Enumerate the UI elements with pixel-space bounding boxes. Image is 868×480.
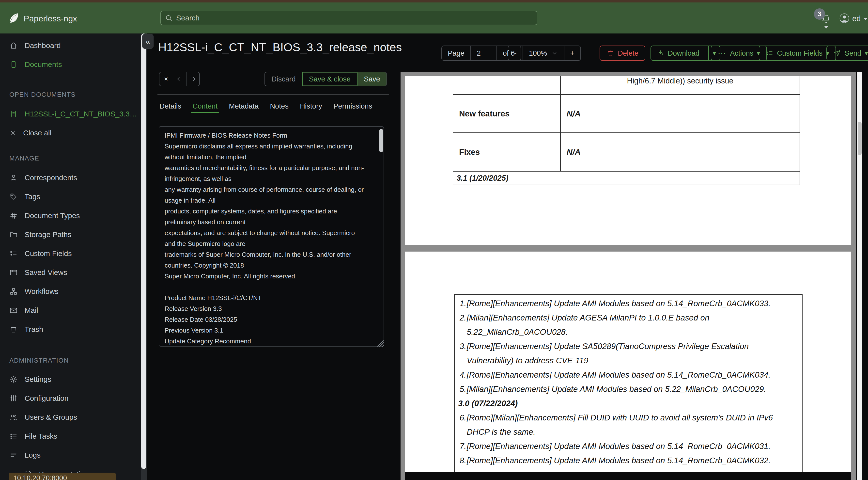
- editor-tab[interactable]: Details: [159, 102, 181, 110]
- list-item: 2. [Milan][Enhancements] Update AGESA Mi…: [455, 311, 802, 339]
- list-item-text: [Rome][Enhancements] Update AMI Modules …: [467, 439, 802, 453]
- preview-scrollbar[interactable]: [857, 72, 862, 480]
- list-item-text: [Rome][Enhancements] Update SA50289(Tian…: [467, 339, 802, 368]
- sidebar: Dashboard Documents OPEN DOCUMENTS H12SS…: [0, 33, 141, 480]
- sidebar-item[interactable]: Logs: [0, 446, 141, 464]
- global-search[interactable]: [160, 11, 537, 25]
- user-menu-caret-icon[interactable]: [864, 18, 868, 20]
- sidebar-item[interactable]: Tags: [0, 187, 141, 206]
- page-label: Page: [442, 46, 470, 60]
- sidebar-item[interactable]: Mail: [0, 301, 141, 320]
- editor-tab[interactable]: Content: [193, 102, 218, 110]
- actions-button[interactable]: ⋯ Actions ▾: [711, 46, 767, 61]
- save-button[interactable]: Save: [358, 72, 386, 86]
- sidebar-item[interactable]: Workflows: [0, 282, 141, 301]
- trash-icon: [607, 49, 614, 57]
- list-item: 4. [Rome][Enhancements] Update AMI Modul…: [455, 368, 802, 382]
- download-icon: [656, 49, 664, 57]
- list-item-number: 9.: [455, 468, 467, 472]
- list-item-text: [Rome][Enhancements] Update AMI Modules …: [467, 296, 802, 311]
- list-item-number: 2.: [455, 311, 467, 339]
- sidebar-close-all[interactable]: Close all: [0, 123, 141, 142]
- sidebar-item[interactable]: Configuration: [0, 389, 141, 408]
- list-item-number: 1.: [455, 296, 467, 311]
- status-url-tooltip: 10.10.20.70:8000: [9, 473, 116, 480]
- list-item: 6. [Rome][Milan][Enhancements] Fill DUID…: [455, 411, 802, 439]
- table-row: New features N/A: [453, 95, 800, 133]
- zoom-level-select[interactable]: 100%: [523, 46, 564, 60]
- sidebar-scrollbar[interactable]: [141, 33, 147, 480]
- sidebar-item[interactable]: Dashboard: [0, 36, 141, 55]
- list-item: 1. [Rome][Enhancements] Update AMI Modul…: [455, 296, 802, 311]
- sidebar-item[interactable]: Correspondents: [0, 168, 141, 187]
- discard-button[interactable]: Discard: [265, 72, 302, 86]
- preview-scrollbar-thumb[interactable]: [858, 122, 862, 155]
- textarea-scrollbar-thumb[interactable]: [379, 129, 383, 152]
- pdf-page-1: High/6.7 Middle)) security issue New fea…: [405, 76, 851, 245]
- notification-badge: 3: [814, 8, 825, 20]
- sidebar-collapse-button[interactable]: «: [142, 34, 154, 49]
- browser-edge-strip: [0, 0, 868, 2]
- enhancements-list-box: 1. [Rome][Enhancements] Update AMI Modul…: [454, 294, 803, 472]
- close-document-button[interactable]: ×: [159, 72, 173, 86]
- table-cell-label: Fixes: [453, 133, 561, 171]
- sidebar-item[interactable]: Settings: [0, 370, 141, 389]
- sidebar-open-document[interactable]: H12SSL-i_C_CT_NT_BIOS_3.3_rel...: [0, 104, 141, 123]
- release-notes-table: High/6.7 Middle)) security issue New fea…: [453, 76, 800, 185]
- save-and-close-button[interactable]: Save & close: [302, 72, 358, 86]
- list-item-text: [Rome][Enhancements] Update AMI Modules …: [467, 453, 802, 468]
- sidebar-item[interactable]: Users & Groups: [0, 408, 141, 427]
- send-button[interactable]: Send ▾: [827, 46, 868, 61]
- document-edit-panel: × Discard Save & close Save DetailsConte…: [157, 69, 389, 350]
- panel-divider: [157, 94, 389, 95]
- preview-margin-left: [401, 72, 405, 480]
- sidebar-item[interactable]: Document Types: [0, 206, 141, 225]
- sidebar-item[interactable]: Documents: [0, 55, 141, 74]
- list-item: 5. [Milan][Enhancements] Update AMI Modu…: [455, 382, 802, 396]
- search-icon: [165, 14, 173, 22]
- bell-caret-icon: [824, 26, 828, 29]
- paperless-logo-feather-icon: [7, 12, 20, 24]
- sidebar-item[interactable]: Trash: [0, 320, 141, 339]
- table-cell-value: N/A: [561, 109, 800, 118]
- list-item-text: [Milan][Enhancements] Update AGESA Milan…: [467, 311, 802, 339]
- list-item-number: 4.: [455, 368, 467, 382]
- list-item: 9. [Rome][Milan][Enhancements] For UsbBu…: [455, 468, 802, 472]
- sidebar-item[interactable]: File Tasks: [0, 427, 141, 446]
- list-item: 3.0 (07/22/2024): [455, 396, 802, 411]
- list-item-number: 6.: [455, 411, 467, 439]
- zoom-in-button[interactable]: +: [564, 46, 580, 60]
- zoom-control-group: - 100% +: [508, 46, 581, 61]
- list-item-text: [Rome][Milan][Enhancements] Fill DUID wi…: [467, 411, 802, 439]
- user-avatar-icon[interactable]: [838, 12, 850, 24]
- editor-tab[interactable]: History: [300, 102, 322, 110]
- page-number-input[interactable]: [477, 49, 491, 57]
- custom-fields-button[interactable]: Custom Fields ▾: [759, 46, 836, 61]
- download-split-button[interactable]: Download ▾: [651, 46, 720, 61]
- list-item: 3. [Rome][Enhancements] Update SA50289(T…: [455, 339, 802, 368]
- table-row-partial: High/6.7 Middle)) security issue: [453, 76, 800, 95]
- pdf-preview-pane: High/6.7 Middle)) security issue New fea…: [401, 72, 862, 480]
- delete-button[interactable]: Delete: [599, 46, 645, 61]
- editor-tab[interactable]: Metadata: [229, 102, 258, 110]
- document-nav-group: ×: [159, 72, 200, 86]
- sidebar-scrollbar-thumb[interactable]: [141, 33, 146, 469]
- username[interactable]: ed: [852, 14, 861, 23]
- list-item-number: 8.: [455, 453, 467, 468]
- next-document-button[interactable]: [186, 72, 199, 86]
- editor-tab[interactable]: Notes: [270, 102, 288, 110]
- editor-tab[interactable]: Permissions: [333, 102, 372, 110]
- zoom-out-button[interactable]: -: [508, 46, 523, 60]
- previous-document-button[interactable]: [173, 72, 186, 86]
- list-item-text: [Rome][Enhancements] Update AMI Modules …: [467, 368, 802, 382]
- open-documents-header: OPEN DOCUMENTS: [0, 88, 141, 101]
- search-input[interactable]: [176, 14, 533, 22]
- document-content-textarea[interactable]: IPMI Firmware / BIOS Release Notes Form …: [159, 126, 384, 347]
- list-item-number: 3.: [455, 339, 467, 368]
- ellipsis-icon: ⋯: [718, 51, 726, 56]
- list-item-text: 3.0 (07/22/2024): [458, 396, 802, 411]
- list-item: 7. [Rome][Enhancements] Update AMI Modul…: [455, 439, 802, 453]
- sidebar-item[interactable]: Custom Fields: [0, 244, 141, 263]
- sidebar-item[interactable]: Saved Views: [0, 263, 141, 282]
- sidebar-item[interactable]: Storage Paths: [0, 225, 141, 244]
